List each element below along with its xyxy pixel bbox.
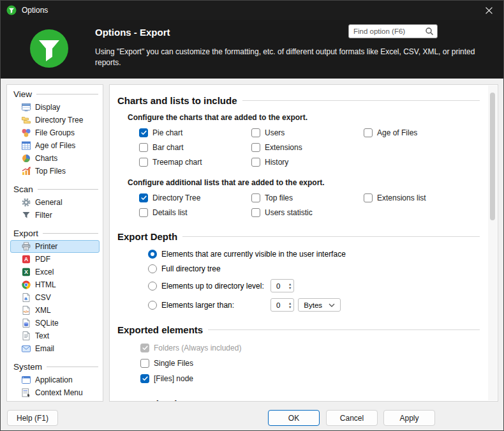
directory-tree-icon <box>21 115 31 125</box>
checkbox-top-files-list[interactable]: Top files <box>251 193 364 202</box>
checkbox-users[interactable]: Users <box>251 128 364 137</box>
sidebar-section-export: Export Printer A PDF X Excel HTML <box>7 227 103 355</box>
sidebar-item-label: XML <box>35 306 51 315</box>
section-rule <box>182 236 480 237</box>
sidebar-item-directory-tree[interactable]: Directory Tree <box>10 114 100 126</box>
directory-level-spinner[interactable]: 0 ▴▾ <box>271 279 294 292</box>
radio-up-to-directory-level[interactable]: Elements up to directory level: <box>148 282 271 291</box>
directory-level-row: Elements up to directory level: 0 ▴▾ <box>148 279 498 292</box>
section-label: System <box>13 362 42 372</box>
sidebar-item-xml[interactable]: </> XML <box>10 304 100 317</box>
checkbox-details-list[interactable]: Details list <box>139 208 251 217</box>
radio-elements-larger-than[interactable]: Elements larger than: <box>148 301 271 310</box>
size-unit-dropdown[interactable]: Bytes <box>298 298 341 312</box>
sidebar-item-label: Filter <box>35 211 52 220</box>
sidebar-item-label: Email <box>35 344 54 353</box>
checkbox-label: Extensions list <box>377 193 426 202</box>
close-button[interactable] <box>475 1 503 20</box>
sidebar-item-general[interactable]: General <box>10 196 100 209</box>
help-button[interactable]: Help (F1) <box>7 410 58 426</box>
sidebar-item-charts[interactable]: Charts <box>10 152 100 165</box>
dialog-footer: Help (F1) OK Cancel Apply <box>1 406 503 430</box>
checkbox-history[interactable]: History <box>251 158 364 167</box>
sidebar-item-csv[interactable]: a CSV <box>10 291 100 304</box>
sidebar-item-label: Display <box>35 103 60 112</box>
spinner-down-icon[interactable]: ▾ <box>289 286 291 290</box>
list-options-grid: Directory Tree Top files Extensions list… <box>139 193 498 217</box>
window-title: Options <box>22 6 48 15</box>
page-description: Using "Export" you can customize the for… <box>95 47 485 69</box>
sidebar-item-printer[interactable]: Printer <box>10 240 100 253</box>
checkbox-files-node[interactable]: [Files] node <box>140 374 498 383</box>
radio-label: Elements that are currently visible in t… <box>161 250 346 259</box>
spinner-value: 0 <box>276 282 285 290</box>
checkbox-icon <box>139 158 148 167</box>
apply-button[interactable]: Apply <box>383 410 435 426</box>
scrollbar-thumb[interactable] <box>490 93 495 220</box>
radio-icon <box>148 282 157 291</box>
charts-lists-section-header: Charts and lists to include <box>117 95 480 106</box>
sidebar-item-label: General <box>35 198 63 207</box>
find-option-search[interactable] <box>348 24 438 38</box>
checkbox-extensions[interactable]: Extensions <box>251 143 364 152</box>
checkbox-label: Folders (Always included) <box>154 344 241 352</box>
larger-than-row: Elements larger than: 0 ▴▾ Bytes <box>148 298 498 312</box>
checkbox-label: Users statistic <box>265 208 313 217</box>
sidebar-item-context-menu[interactable]: Context Menu <box>10 386 100 399</box>
spinner-down-icon[interactable]: ▾ <box>289 305 291 309</box>
checkbox-directory-tree-list[interactable]: Directory Tree <box>139 193 251 202</box>
size-spinner[interactable]: 0 ▴▾ <box>271 298 294 312</box>
checkbox-pie-chart[interactable]: Pie chart <box>139 128 251 137</box>
checkbox-users-statistic[interactable]: Users statistic <box>251 208 364 217</box>
spinner-arrows[interactable]: ▴▾ <box>289 301 291 309</box>
checkbox-treemap-chart[interactable]: Treemap chart <box>139 158 251 167</box>
sidebar-item-age-of-files[interactable]: Age of Files <box>10 139 100 152</box>
sidebar-item-top-files[interactable]: Top Files <box>10 165 100 178</box>
sidebar: View Display Directory Tree File Groups … <box>6 84 103 402</box>
scrollbar[interactable] <box>488 86 497 400</box>
sidebar-section-system: System Application Context Menu <box>7 360 103 399</box>
checkbox-single-files[interactable]: Single Files <box>140 359 498 368</box>
checkbox-age-of-files[interactable]: Age of Files <box>364 128 498 137</box>
sidebar-item-label: Directory Tree <box>35 116 83 125</box>
lists-config-label: Configure additional lists that are adde… <box>128 178 498 187</box>
sidebar-item-label: Age of Files <box>35 141 75 150</box>
sidebar-item-pdf[interactable]: A PDF <box>10 253 100 266</box>
sidebar-item-display[interactable]: Display <box>10 101 100 114</box>
svg-text:</>: </> <box>24 310 29 314</box>
radio-visible-elements[interactable]: Elements that are currently visible in t… <box>148 250 498 259</box>
sidebar-item-filter[interactable]: Filter <box>10 209 100 222</box>
sidebar-item-text[interactable]: Text <box>10 329 100 342</box>
sidebar-item-label: HTML <box>35 280 56 289</box>
sidebar-item-label: SQLite <box>35 319 59 328</box>
sidebar-item-label: Top Files <box>35 167 66 176</box>
ok-button[interactable]: OK <box>268 410 320 426</box>
checkbox-icon <box>251 128 260 137</box>
sidebar-item-application[interactable]: Application <box>10 374 100 386</box>
sidebar-item-email[interactable]: Email <box>10 342 100 355</box>
search-input[interactable] <box>353 27 425 35</box>
checkbox-icon <box>364 193 373 202</box>
text-file-icon <box>21 331 31 341</box>
checkbox-label: History <box>265 158 288 167</box>
svg-text:a: a <box>24 296 27 301</box>
sidebar-item-html[interactable]: HTML <box>10 278 100 291</box>
search-icon <box>425 27 434 36</box>
spinner-arrows[interactable]: ▴▾ <box>289 282 291 290</box>
checkbox-bar-chart[interactable]: Bar chart <box>139 143 251 152</box>
svg-text:A: A <box>24 256 28 262</box>
sidebar-item-excel[interactable]: X Excel <box>10 266 100 278</box>
checkbox-extensions-list[interactable]: Extensions list <box>364 193 498 202</box>
radio-full-directory-tree[interactable]: Full directory tree <box>148 264 498 273</box>
export-depth-section-header: Export Depth <box>117 231 480 242</box>
export-depth-options: Elements that are currently visible in t… <box>148 250 498 312</box>
sidebar-item-sqlite[interactable]: SQLite <box>10 317 100 329</box>
sidebar-item-label: Context Menu <box>35 388 83 397</box>
sidebar-item-file-groups[interactable]: File Groups <box>10 126 100 139</box>
section-header-view: View <box>7 87 103 101</box>
sidebar-item-label: Printer <box>35 242 57 251</box>
cancel-button[interactable]: Cancel <box>326 410 378 426</box>
section-rule <box>208 329 480 330</box>
checkbox-folders-always-included: Folders (Always included) <box>140 344 498 352</box>
radio-label: Elements up to directory level: <box>161 282 264 291</box>
